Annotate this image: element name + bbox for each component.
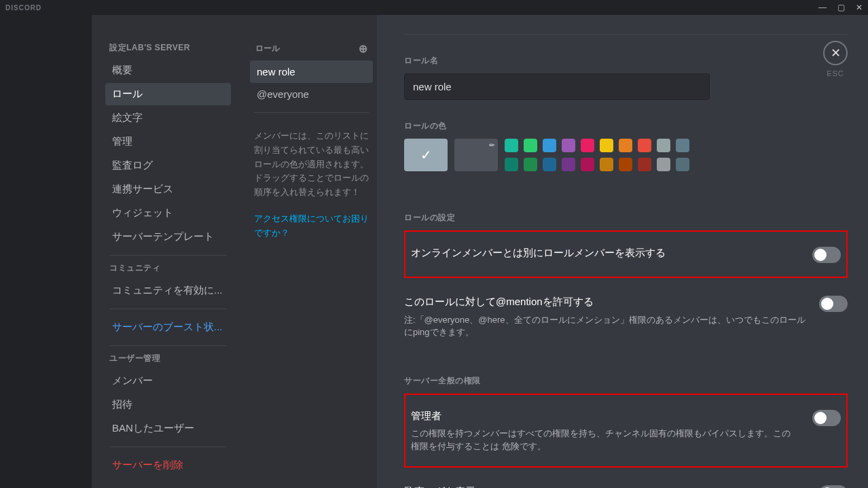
- color-swatch[interactable]: [638, 158, 651, 171]
- color-swatch[interactable]: [657, 158, 670, 171]
- perm-administrator-desc: この権限を持つメンバーはすべての権限を持ち、チャンネル固有の権限もバイパスします…: [411, 428, 799, 452]
- role-list-panel: ロール ⊕ new role @everyone メンバーには、このリストに割り…: [238, 15, 377, 488]
- color-swatch[interactable]: [581, 139, 594, 152]
- perm-audit-log-toggle[interactable]: [819, 485, 848, 488]
- check-icon: ✓: [420, 147, 432, 163]
- role-list-note: メンバーには、このリストに割り当てられている最も高いロールの色が適用されます。ド…: [250, 120, 373, 200]
- server-rail: [0, 15, 92, 488]
- sidebar-item-audit-log[interactable]: 監査ログ: [105, 154, 231, 177]
- sidebar-item-delete-server[interactable]: サーバーを削除: [105, 454, 231, 476]
- color-swatch[interactable]: [543, 139, 556, 152]
- sidebar-item-emoji[interactable]: 絵文字: [105, 107, 231, 129]
- role-list-header: ロール: [255, 43, 280, 54]
- role-name-label: ロール名: [404, 55, 848, 67]
- role-editor: ロール名 ロールの色 ✓ ✎ ロールの設定 オンラインメンバーとは別にロールメン…: [377, 15, 868, 488]
- color-swatch[interactable]: [676, 139, 689, 152]
- sidebar-item-integrations[interactable]: 連携サービス: [105, 178, 231, 201]
- color-swatch[interactable]: [600, 158, 613, 171]
- color-swatch[interactable]: [562, 139, 575, 152]
- general-permissions-label: サーバー全般の権限: [404, 375, 848, 387]
- color-swatch[interactable]: [524, 158, 537, 171]
- permissions-help-link[interactable]: アクセス権限についてお困りですか？: [250, 212, 373, 241]
- role-settings-label: ロールの設定: [404, 212, 848, 224]
- perm-display-separately-toggle[interactable]: [812, 247, 841, 263]
- perm-administrator-title: 管理者: [411, 408, 799, 424]
- perm-allow-mention-toggle[interactable]: [819, 296, 848, 312]
- minimize-icon[interactable]: ―: [818, 3, 827, 12]
- sidebar-item-widget[interactable]: ウィジェット: [105, 202, 231, 224]
- add-role-icon[interactable]: ⊕: [359, 42, 367, 55]
- role-item-everyone[interactable]: @everyone: [250, 83, 373, 105]
- perm-administrator-toggle[interactable]: [812, 410, 841, 426]
- color-swatch[interactable]: [505, 158, 518, 171]
- color-swatch[interactable]: [562, 158, 575, 171]
- sidebar-item-roles[interactable]: ロール: [105, 83, 231, 105]
- title-bar: DISCORD ― ▢ ✕: [0, 0, 868, 15]
- sidebar-item-members[interactable]: メンバー: [105, 370, 231, 392]
- sidebar-item-boost[interactable]: サーバーのブースト状...: [105, 316, 231, 338]
- color-swatch[interactable]: [676, 158, 689, 171]
- color-swatch[interactable]: [600, 139, 613, 152]
- perm-display-separately-title: オンラインメンバーとは別にロールメンバーを表示する: [411, 245, 799, 261]
- role-item-new-role[interactable]: new role: [250, 60, 373, 83]
- role-color-label: ロールの色: [404, 120, 848, 132]
- color-swatch[interactable]: [619, 158, 632, 171]
- app-brand: DISCORD: [5, 4, 41, 12]
- color-swatch[interactable]: [619, 139, 632, 152]
- color-swatch[interactable]: [524, 139, 537, 152]
- sidebar-item-community-enable[interactable]: コミュニティを有効に...: [105, 279, 231, 302]
- color-swatch[interactable]: [581, 158, 594, 171]
- sidebar-server-header: 設定LAB'S SERVER: [105, 42, 231, 54]
- sidebar-item-moderation[interactable]: 管理: [105, 130, 231, 153]
- sidebar-item-overview[interactable]: 概要: [105, 59, 231, 82]
- color-swatch[interactable]: [638, 139, 651, 152]
- eyedropper-icon: ✎: [487, 141, 496, 150]
- close-settings-button[interactable]: ✕: [823, 41, 848, 65]
- close-settings-label: ESC: [823, 69, 848, 77]
- maximize-icon[interactable]: ▢: [837, 3, 845, 12]
- perm-audit-log-title: 監査ログを表示: [404, 484, 806, 488]
- highlight-display-separately: オンラインメンバーとは別にロールメンバーを表示する: [404, 230, 848, 278]
- sidebar-community-header: コミュニティ: [105, 262, 231, 274]
- close-settings: ✕ ESC: [823, 41, 848, 77]
- settings-sidebar: 設定LAB'S SERVER 概要 ロール 絵文字 管理 監査ログ 連携サービス…: [92, 15, 238, 488]
- highlight-administrator: 管理者 この権限を持つメンバーはすべての権限を持ち、チャンネル固有の権限もバイパ…: [404, 394, 848, 468]
- role-name-input[interactable]: [404, 73, 710, 100]
- sidebar-item-invites[interactable]: 招待: [105, 394, 231, 416]
- color-grid: [505, 139, 689, 171]
- color-custom-swatch[interactable]: ✎: [454, 139, 498, 171]
- perm-allow-mention-desc: 注:「@everyone、@here、全てのロールにメンション」権限のあるメンバ…: [404, 314, 806, 338]
- close-window-icon[interactable]: ✕: [856, 3, 863, 12]
- color-swatch[interactable]: [657, 139, 670, 152]
- sidebar-user-header: ユーザー管理: [105, 353, 231, 364]
- sidebar-item-template[interactable]: サーバーテンプレート: [105, 226, 231, 248]
- color-swatch[interactable]: [505, 139, 518, 152]
- color-default-swatch[interactable]: ✓: [404, 139, 448, 171]
- sidebar-item-bans[interactable]: BANしたユーザー: [105, 417, 231, 440]
- color-swatch[interactable]: [543, 158, 556, 171]
- perm-allow-mention-title: このロールに対して@mentionを許可する: [404, 294, 806, 310]
